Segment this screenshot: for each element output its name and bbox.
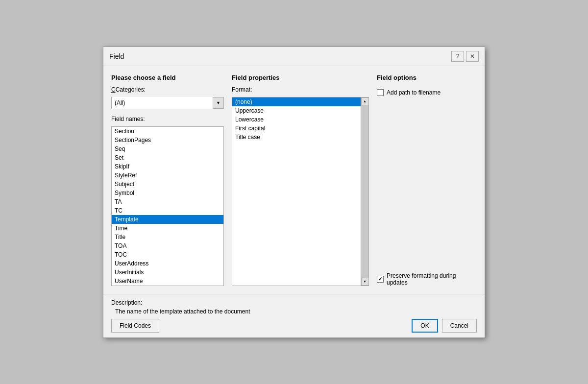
preserve-checkbox-row: Preserve formatting during updates	[377, 272, 477, 286]
field-name-item[interactable]: TA	[112, 197, 223, 206]
field-name-item[interactable]: Section	[112, 127, 223, 136]
categories-label: CCategories:	[111, 86, 224, 93]
add-path-label: Add path to filename	[387, 89, 441, 96]
right-panel-title: Field options	[377, 74, 477, 81]
field-codes-button[interactable]: Field Codes	[111, 319, 159, 333]
description-label: Description:	[111, 299, 477, 306]
dialog-content: Please choose a field CCategories: (All)…	[103, 66, 485, 294]
categories-value: (All)	[112, 97, 213, 109]
field-name-item[interactable]: TOC	[112, 250, 223, 259]
preserve-label: Preserve formatting during updates	[387, 272, 477, 286]
cancel-button[interactable]: Cancel	[442, 319, 477, 333]
middle-panel: Field properties Format: (none)Uppercase…	[232, 74, 369, 286]
ok-button[interactable]: OK	[412, 319, 438, 333]
field-name-item[interactable]: SectionPages	[112, 136, 223, 144]
format-item[interactable]: Uppercase	[232, 106, 361, 115]
ok-cancel-group: OK Cancel	[412, 319, 477, 333]
field-name-item[interactable]: Title	[112, 233, 223, 241]
field-name-item[interactable]: Subject	[112, 180, 223, 189]
add-path-checkbox[interactable]	[377, 89, 384, 96]
bottom-area: Description: The name of the template at…	[103, 294, 485, 337]
field-name-item[interactable]: SkipIf	[112, 162, 223, 171]
format-item[interactable]: First capital	[232, 124, 361, 133]
field-name-item[interactable]: UserName	[112, 277, 223, 286]
format-label: Format:	[232, 86, 369, 93]
middle-panel-title: Field properties	[232, 74, 369, 81]
field-name-item[interactable]: Set	[112, 153, 223, 162]
close-button[interactable]: ✕	[466, 51, 479, 62]
left-panel: Please choose a field CCategories: (All)…	[111, 74, 224, 286]
format-listbox[interactable]: (none)UppercaseLowercaseFirst capitalTit…	[232, 97, 369, 286]
preserve-row: Preserve formatting during updates	[377, 268, 477, 286]
dropdown-arrow-icon[interactable]: ▼	[213, 97, 223, 108]
field-name-item[interactable]: Symbol	[112, 189, 223, 197]
field-name-item[interactable]: UserAddress	[112, 259, 223, 268]
dialog-title: Field	[109, 52, 124, 60]
add-path-row: Add path to filename	[377, 89, 477, 96]
field-name-item[interactable]: TC	[112, 206, 223, 215]
preserve-checkbox[interactable]	[377, 276, 384, 283]
description-section: Description: The name of the template at…	[111, 299, 477, 315]
field-name-item[interactable]: Seq	[112, 144, 223, 153]
left-panel-title: Please choose a field	[111, 74, 224, 81]
right-panel: Field options Add path to filename Prese…	[377, 74, 477, 286]
field-dialog: Field ? ✕ Please choose a field CCategor…	[103, 47, 485, 338]
field-name-item[interactable]: UserInitials	[112, 268, 223, 277]
format-item[interactable]: Title case	[232, 133, 361, 142]
field-name-item[interactable]: Template	[112, 215, 223, 224]
scrollbar-down-btn[interactable]: ▼	[361, 278, 369, 286]
field-name-item[interactable]: TOA	[112, 241, 223, 250]
scrollbar-up-btn[interactable]: ▲	[361, 97, 369, 105]
field-name-item[interactable]: Time	[112, 224, 223, 233]
categories-dropdown[interactable]: (All) ▼	[111, 97, 224, 109]
field-name-item[interactable]: StyleRef	[112, 171, 223, 180]
button-row: Field Codes OK Cancel	[111, 319, 477, 333]
title-bar: Field ? ✕	[103, 47, 485, 66]
scrollbar-track[interactable]	[361, 105, 368, 278]
format-list-inner: (none)UppercaseLowercaseFirst capitalTit…	[232, 97, 361, 286]
field-names-label: Field names:	[111, 116, 224, 122]
description-text: The name of the template attached to the…	[111, 308, 477, 315]
format-item[interactable]: (none)	[232, 97, 361, 106]
format-scrollbar: ▲ ▼	[361, 97, 368, 286]
categories-label-text: CCategories:	[111, 86, 146, 93]
format-item[interactable]: Lowercase	[232, 115, 361, 124]
title-bar-buttons: ? ✕	[451, 51, 479, 62]
field-names-label-text: Field names:	[111, 116, 145, 122]
help-button[interactable]: ?	[451, 51, 464, 62]
field-names-listbox[interactable]: SectionSectionPagesSeqSetSkipIfStyleRefS…	[111, 126, 224, 286]
